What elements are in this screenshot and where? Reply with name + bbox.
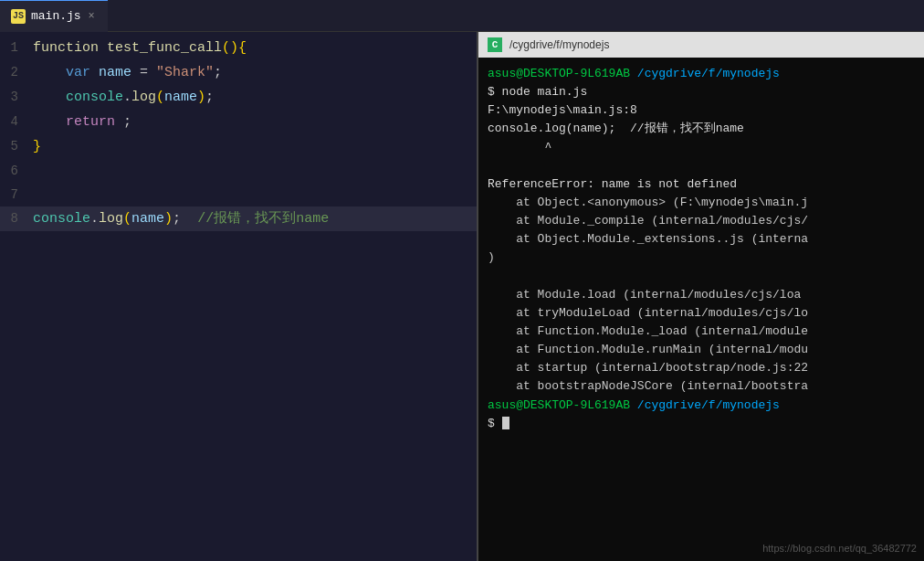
line-content-2: var name = "Shark"; [33,61,222,85]
terminal-line-caret: ^ [488,139,915,157]
terminal-line-prompt-end: $ [488,415,915,433]
terminal-cursor [502,417,509,429]
terminal-titlebar: C /cygdrive/f/mynodejs [478,32,924,58]
tab-main-js[interactable]: JS main.js × [0,0,108,32]
code-line-6: 6 [0,159,484,183]
terminal-line-stack3: at Object.Module._extensions..js (intern… [488,230,915,249]
line-number-7: 7 [0,183,33,206]
code-line-7: 7 [0,183,484,206]
terminal-line-stack10: at startup (internal/bootstrap/node.js:2… [488,359,915,377]
watermark: https://blog.csdn.net/qq_36482772 [762,543,917,554]
terminal-line-prompt1: asus@DESKTOP-9L619AB /cygdrive/f/mynodej… [488,65,915,83]
code-line-3: 3 console.log(name); [0,85,484,110]
code-line-8: 8 console.log(name); //报错，找不到name [0,206,484,231]
code-line-5: 5 } [0,134,484,159]
terminal-line-stack9: at Function.Module.runMain (internal/mod… [488,341,915,359]
terminal-line-stack5 [488,268,915,286]
tab-filename: main.js [31,9,81,23]
terminal-line-prompt2: asus@DESKTOP-9L619AB /cygdrive/f/mynodej… [488,397,915,415]
line-number-2: 2 [0,60,33,84]
terminal-line-stack11: at bootstrapNodeJSCore (internal/bootstr… [488,377,915,396]
line-content-5: } [33,135,41,159]
terminal-window[interactable]: C /cygdrive/f/mynodejs asus@DESKTOP-9L61… [477,32,924,561]
terminal-line-cmd: $ node main.js [488,83,915,101]
terminal-title: /cygdrive/f/mynodejs [509,38,609,51]
line-number-6: 6 [0,159,33,183]
line-number-4: 4 [0,110,33,133]
code-lines: 1 function test_func_call(){ 2 var name … [0,32,484,231]
terminal-line-stack4: ) [488,249,915,267]
terminal-line-stack7: at tryModuleLoad (internal/modules/cjs/l… [488,304,915,323]
code-editor[interactable]: 1 function test_func_call(){ 2 var name … [0,32,484,561]
tab-close-button[interactable]: × [87,8,97,25]
line-number-3: 3 [0,85,33,109]
terminal-line-stack1: at Object.<anonymous> (F:\mynodejs\main.… [488,194,915,212]
line-number-1: 1 [0,36,33,59]
line-content-1: function test_func_call(){ [33,37,247,60]
tab-bar: JS main.js × [0,0,924,32]
terminal-line-errorline: console.log(name); //报错，找不到name [488,120,915,138]
line-content-8: console.log(name); //报错，找不到name [33,207,329,231]
terminal-line-blank1 [488,157,915,175]
line-number-5: 5 [0,134,33,158]
code-line-4: 4 return ; [0,110,484,134]
editor-container: 1 function test_func_call(){ 2 var name … [0,32,924,561]
line-content-3: console.log(name); [33,86,214,110]
terminal-line-stack8: at Function.Module._load (internal/modul… [488,323,915,341]
terminal-body[interactable]: asus@DESKTOP-9L619AB /cygdrive/f/mynodej… [478,58,924,561]
terminal-line-stack6: at Module.load (internal/modules/cjs/loa [488,286,915,304]
terminal-line-referror: ReferenceError: name is not defined [488,175,915,194]
line-number-8: 8 [0,206,33,230]
code-line-1: 1 function test_func_call(){ [0,36,484,60]
line-content-4: return ; [33,111,131,134]
terminal-icon: C [488,37,502,52]
terminal-line-stack2: at Module._compile (internal/modules/cjs… [488,212,915,230]
terminal-line-errorpath: F:\mynodejs\main.js:8 [488,101,915,120]
code-line-2: 2 var name = "Shark"; [0,60,484,85]
js-file-icon: JS [11,9,26,24]
